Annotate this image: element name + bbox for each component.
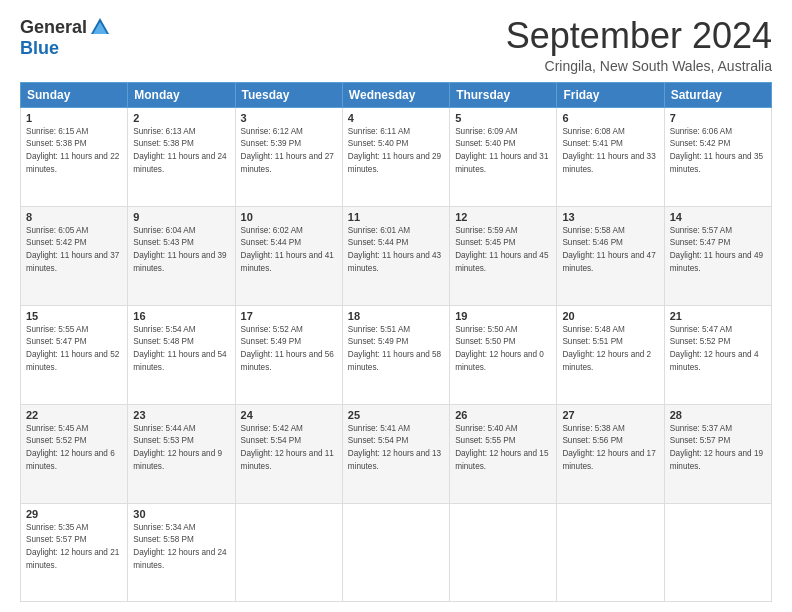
day-info: Sunrise: 5:37 AMSunset: 5:57 PMDaylight:… <box>670 424 763 472</box>
day-of-week-header: Monday <box>128 82 235 107</box>
day-of-week-header: Wednesday <box>342 82 449 107</box>
day-info: Sunrise: 6:13 AMSunset: 5:38 PMDaylight:… <box>133 127 226 175</box>
header: General Blue September 2024 Cringila, Ne… <box>20 16 772 74</box>
day-number: 26 <box>455 409 551 421</box>
calendar-cell: 25 Sunrise: 5:41 AMSunset: 5:54 PMDaylig… <box>342 404 449 503</box>
day-of-week-header: Saturday <box>664 82 771 107</box>
day-of-week-header: Thursday <box>450 82 557 107</box>
day-info: Sunrise: 6:02 AMSunset: 5:44 PMDaylight:… <box>241 226 334 274</box>
day-number: 7 <box>670 112 766 124</box>
day-number: 17 <box>241 310 337 322</box>
day-info: Sunrise: 6:06 AMSunset: 5:42 PMDaylight:… <box>670 127 763 175</box>
day-info: Sunrise: 5:51 AMSunset: 5:49 PMDaylight:… <box>348 325 441 373</box>
calendar-cell: 22 Sunrise: 5:45 AMSunset: 5:52 PMDaylig… <box>21 404 128 503</box>
day-number: 16 <box>133 310 229 322</box>
location: Cringila, New South Wales, Australia <box>506 58 772 74</box>
day-of-week-header: Sunday <box>21 82 128 107</box>
day-number: 1 <box>26 112 122 124</box>
day-number: 9 <box>133 211 229 223</box>
calendar-cell: 1 Sunrise: 6:15 AMSunset: 5:38 PMDayligh… <box>21 107 128 206</box>
calendar-cell: 26 Sunrise: 5:40 AMSunset: 5:55 PMDaylig… <box>450 404 557 503</box>
day-info: Sunrise: 5:47 AMSunset: 5:52 PMDaylight:… <box>670 325 759 373</box>
calendar-cell: 8 Sunrise: 6:05 AMSunset: 5:42 PMDayligh… <box>21 206 128 305</box>
day-of-week-header: Friday <box>557 82 664 107</box>
month-title: September 2024 <box>506 16 772 56</box>
calendar-cell: 4 Sunrise: 6:11 AMSunset: 5:40 PMDayligh… <box>342 107 449 206</box>
day-info: Sunrise: 5:57 AMSunset: 5:47 PMDaylight:… <box>670 226 763 274</box>
day-info: Sunrise: 6:05 AMSunset: 5:42 PMDaylight:… <box>26 226 119 274</box>
day-info: Sunrise: 5:58 AMSunset: 5:46 PMDaylight:… <box>562 226 655 274</box>
calendar-cell <box>664 503 771 601</box>
calendar-cell: 6 Sunrise: 6:08 AMSunset: 5:41 PMDayligh… <box>557 107 664 206</box>
day-number: 22 <box>26 409 122 421</box>
day-number: 27 <box>562 409 658 421</box>
day-number: 23 <box>133 409 229 421</box>
day-number: 2 <box>133 112 229 124</box>
calendar-cell: 11 Sunrise: 6:01 AMSunset: 5:44 PMDaylig… <box>342 206 449 305</box>
calendar-cell: 24 Sunrise: 5:42 AMSunset: 5:54 PMDaylig… <box>235 404 342 503</box>
day-number: 12 <box>455 211 551 223</box>
day-number: 19 <box>455 310 551 322</box>
day-info: Sunrise: 6:11 AMSunset: 5:40 PMDaylight:… <box>348 127 441 175</box>
day-number: 18 <box>348 310 444 322</box>
calendar-cell: 19 Sunrise: 5:50 AMSunset: 5:50 PMDaylig… <box>450 305 557 404</box>
day-number: 5 <box>455 112 551 124</box>
day-info: Sunrise: 6:04 AMSunset: 5:43 PMDaylight:… <box>133 226 226 274</box>
day-of-week-header: Tuesday <box>235 82 342 107</box>
day-number: 21 <box>670 310 766 322</box>
calendar-cell: 27 Sunrise: 5:38 AMSunset: 5:56 PMDaylig… <box>557 404 664 503</box>
day-info: Sunrise: 5:52 AMSunset: 5:49 PMDaylight:… <box>241 325 334 373</box>
calendar-cell: 16 Sunrise: 5:54 AMSunset: 5:48 PMDaylig… <box>128 305 235 404</box>
day-info: Sunrise: 6:08 AMSunset: 5:41 PMDaylight:… <box>562 127 655 175</box>
calendar-cell: 18 Sunrise: 5:51 AMSunset: 5:49 PMDaylig… <box>342 305 449 404</box>
day-info: Sunrise: 6:12 AMSunset: 5:39 PMDaylight:… <box>241 127 334 175</box>
calendar-cell <box>557 503 664 601</box>
day-info: Sunrise: 5:45 AMSunset: 5:52 PMDaylight:… <box>26 424 115 472</box>
calendar-table: SundayMondayTuesdayWednesdayThursdayFrid… <box>20 82 772 602</box>
calendar-cell: 20 Sunrise: 5:48 AMSunset: 5:51 PMDaylig… <box>557 305 664 404</box>
calendar-cell: 2 Sunrise: 6:13 AMSunset: 5:38 PMDayligh… <box>128 107 235 206</box>
calendar-cell: 15 Sunrise: 5:55 AMSunset: 5:47 PMDaylig… <box>21 305 128 404</box>
day-info: Sunrise: 5:48 AMSunset: 5:51 PMDaylight:… <box>562 325 651 373</box>
calendar-cell: 9 Sunrise: 6:04 AMSunset: 5:43 PMDayligh… <box>128 206 235 305</box>
calendar-cell <box>342 503 449 601</box>
calendar-header-row: SundayMondayTuesdayWednesdayThursdayFrid… <box>21 82 772 107</box>
day-info: Sunrise: 5:42 AMSunset: 5:54 PMDaylight:… <box>241 424 334 472</box>
day-info: Sunrise: 5:50 AMSunset: 5:50 PMDaylight:… <box>455 325 544 373</box>
day-info: Sunrise: 5:40 AMSunset: 5:55 PMDaylight:… <box>455 424 548 472</box>
calendar-cell: 23 Sunrise: 5:44 AMSunset: 5:53 PMDaylig… <box>128 404 235 503</box>
logo-blue-text: Blue <box>20 38 59 59</box>
day-number: 25 <box>348 409 444 421</box>
day-number: 29 <box>26 508 122 520</box>
day-number: 10 <box>241 211 337 223</box>
calendar-cell: 5 Sunrise: 6:09 AMSunset: 5:40 PMDayligh… <box>450 107 557 206</box>
logo-icon <box>89 16 111 38</box>
day-number: 14 <box>670 211 766 223</box>
logo-general-text: General <box>20 17 87 38</box>
day-info: Sunrise: 5:38 AMSunset: 5:56 PMDaylight:… <box>562 424 655 472</box>
day-number: 24 <box>241 409 337 421</box>
day-info: Sunrise: 5:34 AMSunset: 5:58 PMDaylight:… <box>133 523 226 571</box>
calendar-cell: 30 Sunrise: 5:34 AMSunset: 5:58 PMDaylig… <box>128 503 235 601</box>
day-info: Sunrise: 6:01 AMSunset: 5:44 PMDaylight:… <box>348 226 441 274</box>
day-info: Sunrise: 6:15 AMSunset: 5:38 PMDaylight:… <box>26 127 119 175</box>
day-number: 30 <box>133 508 229 520</box>
day-info: Sunrise: 5:59 AMSunset: 5:45 PMDaylight:… <box>455 226 548 274</box>
header-right: September 2024 Cringila, New South Wales… <box>506 16 772 74</box>
calendar-cell: 7 Sunrise: 6:06 AMSunset: 5:42 PMDayligh… <box>664 107 771 206</box>
calendar-cell: 13 Sunrise: 5:58 AMSunset: 5:46 PMDaylig… <box>557 206 664 305</box>
day-info: Sunrise: 5:35 AMSunset: 5:57 PMDaylight:… <box>26 523 119 571</box>
calendar-cell: 28 Sunrise: 5:37 AMSunset: 5:57 PMDaylig… <box>664 404 771 503</box>
day-info: Sunrise: 5:41 AMSunset: 5:54 PMDaylight:… <box>348 424 441 472</box>
calendar-body: 1 Sunrise: 6:15 AMSunset: 5:38 PMDayligh… <box>21 107 772 601</box>
calendar-cell <box>450 503 557 601</box>
day-number: 13 <box>562 211 658 223</box>
calendar-cell: 10 Sunrise: 6:02 AMSunset: 5:44 PMDaylig… <box>235 206 342 305</box>
calendar-cell <box>235 503 342 601</box>
calendar-cell: 14 Sunrise: 5:57 AMSunset: 5:47 PMDaylig… <box>664 206 771 305</box>
calendar-cell: 29 Sunrise: 5:35 AMSunset: 5:57 PMDaylig… <box>21 503 128 601</box>
day-number: 3 <box>241 112 337 124</box>
day-number: 15 <box>26 310 122 322</box>
day-info: Sunrise: 5:54 AMSunset: 5:48 PMDaylight:… <box>133 325 226 373</box>
logo: General Blue <box>20 16 111 59</box>
